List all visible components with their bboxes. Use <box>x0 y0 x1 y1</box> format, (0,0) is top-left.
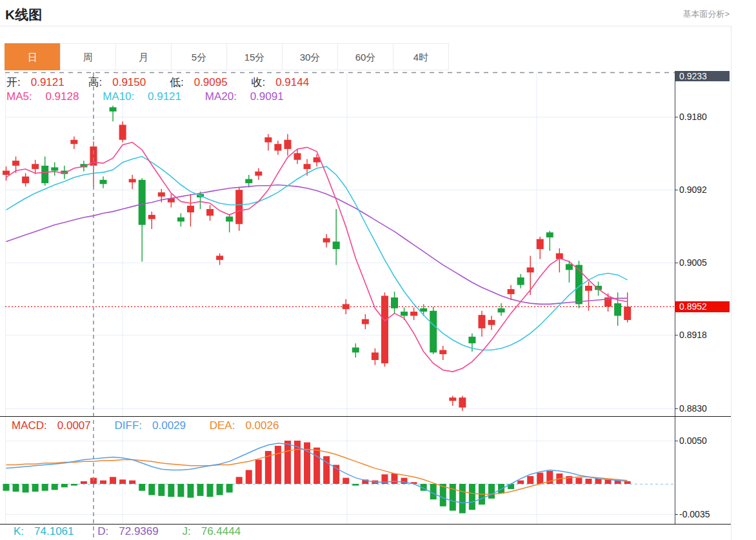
candle-body <box>119 125 126 139</box>
candle-body <box>70 140 77 144</box>
ma10-line <box>6 157 628 350</box>
candle-body <box>478 315 485 328</box>
current-price-badge: 0.8952 <box>675 301 730 312</box>
macd-histogram-bar <box>197 484 204 496</box>
price-axis-label: 0.9005 <box>679 257 707 268</box>
macd-histogram-bar <box>187 484 194 497</box>
macd-histogram-bar <box>624 481 631 484</box>
candle-body <box>420 308 427 312</box>
price-axis-label: 0.8830 <box>679 403 707 414</box>
candle-body <box>206 209 214 215</box>
k-label: K: <box>14 525 24 537</box>
dea-value: 0.0026 <box>245 419 279 432</box>
macd-histogram-bar <box>52 484 58 490</box>
d-value: 72.9369 <box>119 525 158 537</box>
candle-body <box>129 179 136 182</box>
ma20-line <box>6 185 628 305</box>
macd-histogram-bar <box>139 484 145 491</box>
macd-histogram-bar <box>517 481 524 484</box>
candle-body <box>537 239 544 250</box>
macd-histogram-bar <box>168 484 174 497</box>
candle-body <box>32 164 39 169</box>
macd-histogram-bar <box>42 484 48 491</box>
macd-histogram-bar <box>586 479 592 484</box>
macd-histogram-bar <box>352 484 359 486</box>
price-axis-label: 0.9092 <box>679 185 707 195</box>
macd-histogram-bar <box>148 484 155 495</box>
macd-histogram-bar <box>527 476 533 484</box>
candle-body <box>343 304 350 309</box>
macd-histogram-bar <box>488 484 495 499</box>
candle-body <box>439 350 446 354</box>
candle-body <box>245 179 252 183</box>
macd-histogram-bar <box>537 473 543 484</box>
candle-body <box>430 311 437 353</box>
ma20-value: 0.9091 <box>250 90 284 103</box>
macd-histogram-bar <box>595 479 602 484</box>
ma-legend: MA5: 0.9128 MA10: 0.9121 MA20: 0.9091 <box>6 90 304 103</box>
candle-body <box>148 215 155 219</box>
candle-body <box>624 306 631 320</box>
ma5-label: MA5: <box>6 90 32 103</box>
candle-body <box>333 241 340 249</box>
macd-histogram-bar <box>575 478 582 484</box>
candle-body <box>255 172 262 175</box>
axis-max-badge: 0.9233 <box>675 71 730 81</box>
macd-histogram-bar <box>392 474 398 484</box>
low-value: 0.9095 <box>194 76 228 88</box>
candle-body <box>226 217 233 222</box>
candle-body <box>585 286 592 291</box>
macd-legend: MACD:0.0007 DIFF:0.0029 DEA:0.0026 <box>12 419 299 432</box>
macd-label: MACD: <box>12 419 47 432</box>
k-value: 74.1061 <box>34 525 74 537</box>
macd-histogram-bar <box>119 479 126 484</box>
candle-body <box>362 319 369 325</box>
candle-body <box>401 312 408 315</box>
candle-body <box>139 180 146 225</box>
macd-histogram-bar <box>217 484 223 495</box>
candle-body <box>216 255 223 259</box>
macd-histogram-bar <box>32 484 39 492</box>
candle-body <box>187 206 194 212</box>
macd-histogram-bar <box>23 484 29 492</box>
j-label: J: <box>182 525 190 537</box>
macd-histogram-bar <box>129 481 135 484</box>
candle-body <box>527 268 534 273</box>
macd-histogram-bar <box>450 484 456 511</box>
candle-body <box>372 352 379 360</box>
macd-histogram-bar <box>71 484 77 486</box>
candle-body <box>352 348 359 353</box>
high-label: 高: <box>88 76 102 88</box>
macd-histogram-bar <box>158 484 164 496</box>
macd-histogram-bar <box>236 477 243 484</box>
close-label: 收: <box>251 76 265 88</box>
macd-histogram-bar <box>226 484 233 492</box>
j-value: 76.4444 <box>201 525 241 537</box>
candle-body <box>323 238 330 242</box>
macd-histogram-bar <box>304 443 310 484</box>
macd-histogram-bar <box>177 484 184 497</box>
candle-body <box>274 144 281 150</box>
macd-histogram-bar <box>284 441 291 484</box>
macd-histogram-bar <box>255 459 262 484</box>
candle-body <box>100 180 107 184</box>
candle-body <box>517 277 524 285</box>
price-axis-label: 0.9180 <box>679 112 707 122</box>
d-label: D: <box>97 525 108 537</box>
kdj-legend: K:74.1061 D:72.9369 J:76.4444 <box>14 525 261 538</box>
candle-body <box>381 295 388 363</box>
candle-body <box>41 166 48 183</box>
candle-body <box>177 217 184 221</box>
candle-body <box>614 303 621 315</box>
candle-body <box>449 397 456 401</box>
open-value: 0.9121 <box>31 76 65 88</box>
candle-body <box>158 192 165 196</box>
macd-histogram-bar <box>100 481 106 484</box>
price-axis-label: 0.8918 <box>679 330 707 340</box>
diff-label: DIFF: <box>115 419 143 432</box>
candle-body <box>3 171 10 175</box>
candle-body <box>294 153 301 159</box>
candle-body <box>410 312 417 315</box>
macd-histogram-bar <box>275 446 281 484</box>
macd-value: 0.0007 <box>57 419 91 432</box>
